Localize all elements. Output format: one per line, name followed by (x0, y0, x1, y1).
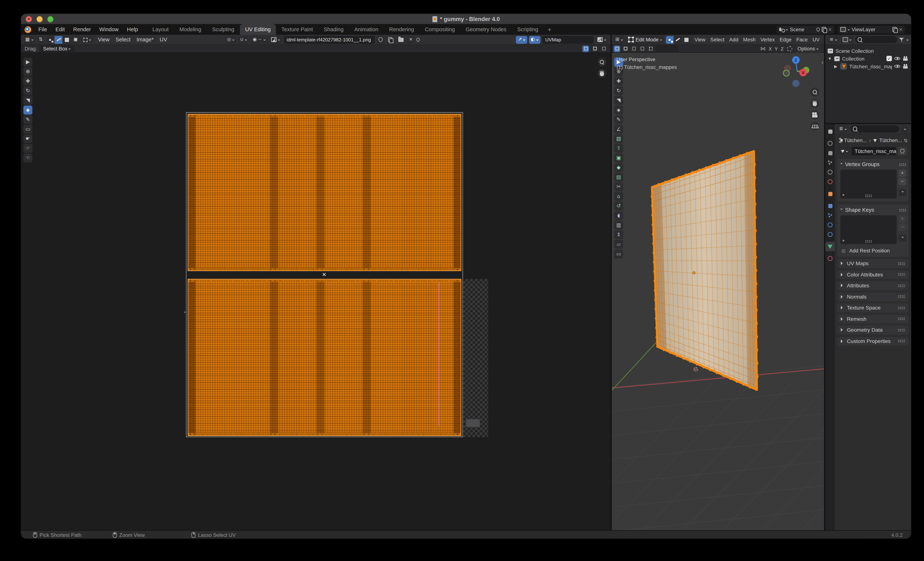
uv-image-open-button[interactable] (396, 36, 405, 44)
axis-neg-y-ball[interactable] (783, 70, 789, 76)
workspace-tab[interactable]: Animation (349, 24, 384, 35)
topbar-menu[interactable]: Window (95, 24, 123, 35)
scale-tool[interactable]: ◥ (24, 96, 33, 105)
inset-faces-tool[interactable]: ▣ (614, 153, 623, 163)
scale-tool[interactable]: ◥ (614, 96, 623, 105)
new-scene-icon[interactable] (821, 27, 826, 32)
mesh-datablock-browse-button[interactable] (839, 147, 850, 155)
extrude-region-tool[interactable]: ⇧ (614, 144, 623, 153)
properties-tab-output[interactable] (825, 148, 835, 158)
uv-editor-menu[interactable]: Image* (134, 37, 157, 42)
shrink-fatten-tool[interactable]: ⇕ (614, 230, 623, 239)
properties-tab-physics[interactable] (825, 220, 835, 230)
annotate-tool[interactable]: ✎ (614, 115, 623, 124)
viewport-menu[interactable]: View (692, 37, 708, 42)
viewport-menu[interactable]: Vertex (758, 37, 777, 42)
uv-select-mode-new-button[interactable] (582, 45, 589, 52)
poly-build-tool[interactable]: ⌂ (614, 192, 623, 201)
grab-tool[interactable]: ☛ (24, 134, 33, 143)
shape-key-specials-button[interactable] (898, 234, 906, 242)
mirror-axis-toggle[interactable]: Z (780, 45, 785, 52)
uv-editor-menu[interactable]: Select (112, 37, 134, 42)
panel-texture-space[interactable]: Texture Space (837, 303, 909, 312)
properties-editor-type-button[interactable]: ≣ (837, 125, 849, 132)
add-cube-tool[interactable]: ▧ (614, 134, 623, 143)
measure-tool[interactable]: ∠ (614, 125, 623, 134)
transform-tool[interactable]: ◈ (614, 105, 623, 115)
outliner-editor-type-button[interactable]: ≡ (828, 36, 839, 43)
topbar-menu[interactable]: File (34, 24, 51, 35)
annotate-tool[interactable]: ✎ (24, 115, 33, 124)
remove-vertex-group-button[interactable]: − (898, 178, 906, 185)
add-vertex-group-button[interactable]: + (898, 170, 906, 177)
outliner-search-input[interactable] (855, 36, 897, 43)
uv-overlays-toggle[interactable]: ◐ (529, 36, 540, 44)
uv-image-unlink-button[interactable]: ✕ (407, 36, 414, 44)
camera-view-icon[interactable] (810, 110, 819, 119)
move-tool[interactable]: ✚ (24, 76, 33, 86)
shape-keys-list[interactable]: ▸ (840, 215, 897, 244)
properties-tab-object[interactable] (825, 189, 835, 198)
options-dropdown[interactable]: Options (794, 45, 822, 52)
uv-editor-menu[interactable]: UV (157, 37, 170, 42)
smooth-tool[interactable]: ◖ (614, 211, 623, 220)
uv-sticky-selection-button[interactable] (82, 36, 93, 44)
hide-eye-icon[interactable] (894, 56, 900, 62)
workspace-tab[interactable]: Rendering (384, 24, 420, 35)
drag-grip-icon[interactable] (899, 208, 906, 212)
uv-select-island-button[interactable] (72, 36, 79, 44)
uv-image-name-field[interactable]: idml-template-rf42027982-1001__1.png (284, 36, 375, 44)
drag-grip-icon[interactable] (898, 284, 905, 287)
shape-keys-panel-header[interactable]: Shape Keys (840, 207, 906, 213)
spin-tool[interactable]: ↺ (614, 201, 623, 210)
viewport-canvas[interactable]: User Perspective (1) Tütchen_rissc_mappe… (612, 53, 824, 530)
properties-search-input[interactable] (850, 125, 899, 132)
outliner-row-scene-collection[interactable]: Scene Collection (825, 47, 911, 54)
select-mode-invert-button[interactable] (639, 45, 645, 52)
workspace-tab[interactable]: Scripting (512, 24, 544, 35)
properties-tab-tool[interactable] (825, 127, 835, 136)
uv-select-mode-extend-button[interactable] (591, 45, 598, 52)
workspace-tab[interactable]: Shading (318, 24, 349, 35)
zoom-icon[interactable] (810, 88, 819, 97)
panel-custom-properties[interactable]: Custom Properties (837, 337, 909, 345)
viewport-menu[interactable]: Select (708, 37, 727, 42)
uv-image-browse-button[interactable] (269, 36, 282, 44)
add-rest-position-checkbox[interactable] (841, 248, 846, 254)
workspace-tab[interactable]: Texture Paint (276, 24, 318, 35)
disclosure-open-icon[interactable]: ▼ (828, 56, 832, 61)
uv-select-edge-button[interactable] (55, 36, 63, 44)
viewport-menu[interactable]: Add (727, 37, 741, 42)
pinch-tool[interactable]: ☜ (24, 153, 33, 163)
drag-grip-icon[interactable] (898, 306, 905, 309)
shear-tool[interactable]: ▱ (614, 240, 623, 249)
uv-select-mode-subtract-button[interactable] (600, 45, 607, 52)
list-expand-icon[interactable]: ▸ (843, 192, 845, 197)
vertex-select-button[interactable] (666, 36, 674, 44)
uv-island-bottom[interactable] (188, 279, 461, 436)
drag-grip-icon[interactable] (899, 163, 906, 166)
viewport-menu[interactable]: UV (810, 37, 822, 42)
viewport-menu[interactable]: Edge (777, 37, 794, 42)
workspace-tab[interactable]: Compositing (420, 24, 460, 35)
uv-select-vertex-button[interactable] (46, 36, 54, 44)
view-layer-selector[interactable]: ViewLayer ✕ (838, 26, 905, 33)
uv-island-top[interactable] (188, 114, 461, 271)
bevel-tool[interactable]: ◆ (614, 163, 623, 172)
rip-region-tool[interactable]: ▭ (24, 125, 33, 134)
disclosure-closed-icon[interactable]: ▶ (834, 64, 838, 69)
select-mode-extend-button[interactable] (622, 45, 629, 52)
uv-pivot-button[interactable]: ◎ (225, 36, 237, 44)
snap-region-icon[interactable] (787, 46, 792, 51)
workspace-tab[interactable]: UV Editing (240, 24, 276, 35)
list-expand-icon[interactable]: ▸ (843, 238, 845, 243)
properties-tab-scene[interactable] (825, 167, 835, 177)
rip-region-tool[interactable]: ▭ (614, 249, 623, 258)
pin-icon[interactable] (903, 138, 908, 142)
mirror-axis-toggle[interactable]: Y (774, 45, 779, 52)
uv-snapping-button[interactable]: ∪ (238, 36, 249, 44)
remove-view-layer-icon[interactable]: ✕ (899, 27, 903, 32)
uv-sync-selection-toggle[interactable]: ⇅ (37, 36, 45, 44)
outliner-row-collection[interactable]: ▼ Collection ✓ (825, 54, 911, 62)
datablock-name-field[interactable]: Tütchen_rissc_mappes (852, 147, 896, 155)
